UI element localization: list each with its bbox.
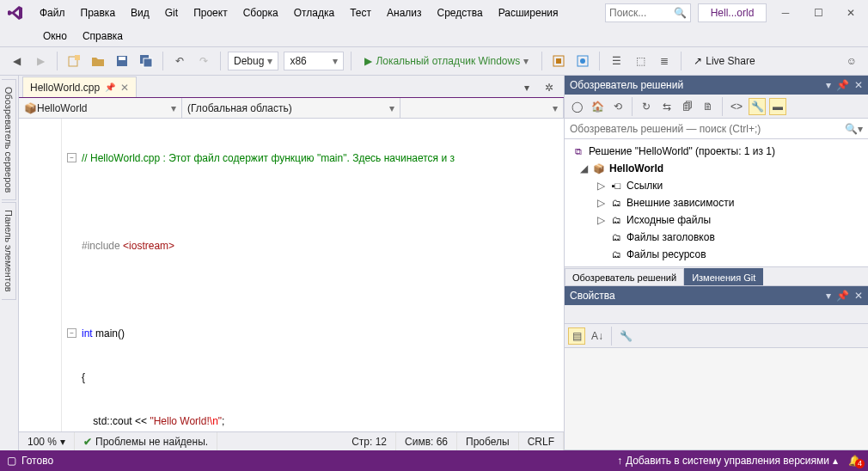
tree-project[interactable]: ◢ 📦 HelloWorld (565, 160, 868, 177)
tree-source-files[interactable]: ▷ 🗂 Исходные файлы (565, 211, 868, 229)
menu-help[interactable]: Справка (76, 27, 130, 46)
tree-external-deps[interactable]: ▷ 🗂 Внешние зависимости (565, 194, 868, 211)
line-indicator[interactable]: Стр: 12 (343, 432, 396, 450)
nav-member-dropdown[interactable]: ▾ (400, 98, 564, 118)
menu-extensions[interactable]: Расширения (492, 3, 565, 22)
folder-icon: 🗂 (609, 230, 623, 244)
tool-btn-1[interactable] (549, 52, 568, 70)
pin-icon[interactable]: 📌 (105, 83, 115, 92)
nav-region-dropdown[interactable]: (Глобальная область)▾ (182, 98, 400, 118)
tab-solution-explorer[interactable]: Обозреватель решений (565, 268, 684, 285)
sln-refresh-button[interactable]: ↻ (638, 98, 655, 115)
sln-collapse-button[interactable]: ⇆ (658, 98, 675, 115)
nav-scope-dropdown[interactable]: 📦 HelloWorld▾ (19, 98, 182, 118)
tool-btn-3[interactable]: ☰ (607, 52, 626, 70)
tree-references[interactable]: ▷ ▪□ Ссылки (565, 177, 868, 194)
tab-settings-button[interactable]: ✲ (540, 78, 559, 97)
main-menu-row2: Окно Справка (0, 26, 868, 46)
insert-mode[interactable]: Пробелы (457, 432, 519, 450)
chevron-down-icon[interactable]: ◢ (578, 162, 589, 174)
menu-project[interactable]: Проект (186, 3, 235, 22)
notifications-button[interactable]: 🔔 4 (848, 455, 861, 467)
sln-showall-button[interactable]: 🗐 (679, 98, 696, 115)
fold-icon[interactable]: − (67, 328, 76, 338)
props-categorized-button[interactable]: ▤ (568, 327, 585, 345)
eol-indicator[interactable]: CRLF (519, 432, 564, 450)
sidetab-server-explorer[interactable]: Обозреватель серверов (2, 79, 16, 200)
solution-icon: ⧉ (572, 144, 585, 158)
close-button[interactable]: ✕ (839, 3, 863, 22)
save-button[interactable] (113, 52, 131, 70)
panel-menu-icon[interactable]: ▾ (826, 79, 831, 91)
config-dropdown[interactable]: Debug▾ (228, 52, 278, 70)
sln-home2-button[interactable]: 🏠 (589, 98, 606, 115)
chevron-right-icon[interactable]: ▷ (596, 197, 606, 209)
add-to-vcs-button[interactable]: ↑Добавить в систему управления версиями▴ (617, 455, 838, 467)
status-bar: ▢ Готово ↑Добавить в систему управления … (0, 450, 868, 471)
tool-btn-4[interactable]: ⬚ (631, 52, 650, 70)
new-item-button[interactable] (64, 52, 83, 70)
sln-code-button[interactable]: <> (728, 98, 745, 115)
code-area[interactable]: −// HelloWorld.cpp : Этот файл содержит … (62, 119, 564, 431)
back-button[interactable]: ◀ (7, 52, 26, 70)
maximize-button[interactable]: ☐ (806, 3, 830, 22)
menu-window[interactable]: Окно (36, 27, 74, 46)
search-icon: 🔍▾ (845, 123, 863, 135)
sln-sync-button[interactable]: ⟲ (609, 98, 627, 115)
tree-solution-root[interactable]: ⧉ Решение "HelloWorld" (проекты: 1 из 1) (565, 143, 868, 160)
close-icon[interactable]: ✕ (854, 79, 863, 91)
menu-file[interactable]: Файл (33, 3, 72, 22)
fold-icon[interactable]: − (67, 153, 76, 162)
sln-wrench-button[interactable]: 🔧 (749, 98, 766, 115)
panel-menu-icon[interactable]: ▾ (826, 290, 831, 302)
col-indicator[interactable]: Симв: 66 (396, 432, 457, 450)
menu-tools[interactable]: Средства (431, 3, 490, 22)
search-input[interactable]: Поиск... 🔍 (605, 3, 691, 22)
liveshare-button[interactable]: ↗ Live Share (688, 55, 760, 67)
chevron-right-icon[interactable]: ▷ (596, 180, 606, 192)
notif-badge: 4 (855, 459, 865, 468)
sln-home-button[interactable]: ◯ (568, 98, 585, 115)
solution-search-input[interactable]: Обозреватель решений — поиск (Ctrl+;) 🔍▾ (565, 119, 868, 139)
tool-btn-2[interactable] (573, 52, 592, 70)
tool-btn-5[interactable]: ≣ (655, 52, 674, 70)
menu-edit[interactable]: Правка (74, 3, 123, 22)
save-all-button[interactable] (137, 52, 156, 70)
sln-copy-button[interactable]: 🗎 (700, 98, 717, 115)
status-box-icon: ▢ (7, 455, 16, 467)
sln-minus-button[interactable]: ▬ (769, 98, 786, 115)
forward-button[interactable]: ▶ (31, 52, 50, 70)
close-icon[interactable]: ✕ (854, 290, 863, 302)
file-tab-helloworld[interactable]: HelloWorld.cpp 📌 ✕ (22, 76, 137, 97)
undo-button[interactable]: ↶ (170, 52, 189, 70)
solution-explorer-header[interactable]: Обозреватель решений ▾📌✕ (565, 76, 868, 95)
tree-header-files[interactable]: 🗂 Файлы заголовков (565, 229, 868, 246)
menu-git[interactable]: Git (158, 3, 185, 22)
pin-icon[interactable]: 📌 (836, 290, 849, 302)
menu-test[interactable]: Тест (343, 3, 378, 22)
pin-icon[interactable]: 📌 (836, 79, 849, 91)
sidetab-toolbox[interactable]: Панель элементов (2, 202, 16, 300)
menu-build[interactable]: Сборка (236, 3, 285, 22)
tree-resource-files[interactable]: 🗂 Файлы ресурсов (565, 246, 868, 263)
issues-status[interactable]: ✔Проблемы не найдены. (75, 432, 217, 450)
feedback-button[interactable]: ☺ (842, 52, 861, 70)
tab-git-changes[interactable]: Изменения Git (684, 268, 763, 285)
redo-button[interactable]: ↷ (194, 52, 213, 70)
properties-header[interactable]: Свойства ▾📌✕ (565, 286, 868, 305)
tab-dropdown-button[interactable]: ▾ (517, 78, 536, 97)
props-alpha-button[interactable]: A↓ (589, 327, 606, 345)
close-icon[interactable]: ✕ (120, 82, 129, 94)
code-editor[interactable]: −// HelloWorld.cpp : Этот файл содержит … (19, 119, 564, 431)
minimize-button[interactable]: ─ (773, 3, 798, 22)
menu-view[interactable]: Вид (124, 3, 156, 22)
open-button[interactable] (89, 52, 107, 70)
platform-dropdown[interactable]: x86▾ (284, 52, 344, 70)
menu-debug[interactable]: Отладка (287, 3, 341, 22)
props-wrench-button[interactable]: 🔧 (617, 327, 634, 345)
search-placeholder: Поиск... (609, 7, 646, 19)
chevron-right-icon[interactable]: ▷ (596, 214, 606, 226)
zoom-level[interactable]: 100 % ▾ (19, 432, 75, 450)
start-debug-button[interactable]: ▶ Локальный отладчик Windows ▾ (358, 52, 535, 70)
menu-analyze[interactable]: Анализ (380, 3, 429, 22)
